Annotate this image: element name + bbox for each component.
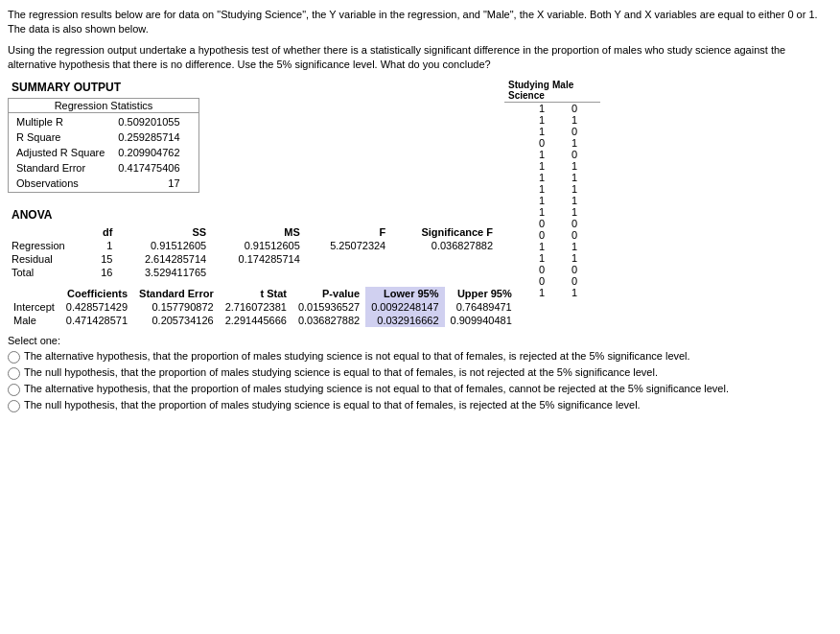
data-panel: Studying Science Male 101110011011111111…: [504, 79, 600, 327]
data-cell-studying: 1: [504, 195, 548, 206]
data-cell-male: 0: [548, 229, 581, 241]
summary-title: SUMMARY OUTPUT: [8, 79, 497, 96]
reg-stats-header: Regression Statistics: [9, 99, 198, 113]
data-cell-male: 1: [548, 114, 581, 126]
coeff-cell: Male: [8, 314, 60, 327]
data-cell-male: 0: [548, 275, 581, 287]
option-row-2[interactable]: The alternative hypothesis, that the pro…: [8, 383, 832, 396]
anova-cell: 3.529411765: [116, 266, 210, 279]
col1-header: Studying Science: [504, 79, 548, 102]
data-row: 11: [504, 252, 600, 264]
reg-stat-row: Observations17: [11, 176, 186, 190]
coeff-cell: 0.0092248147: [365, 300, 444, 314]
coeff-cell: 0.036827882: [292, 314, 365, 327]
anova-cell: 2.614285714: [116, 252, 210, 266]
data-cell-studying: 1: [504, 241, 548, 252]
data-row: 11: [504, 114, 600, 126]
reg-stat-row: R Square0.259285714: [11, 130, 186, 144]
data-cell-male: 0: [548, 264, 581, 275]
data-cell-male: 1: [548, 287, 581, 298]
reg-stat-row: Adjusted R Square0.209904762: [11, 146, 186, 159]
data-cell-studying: 1: [504, 252, 548, 264]
data-rows: 1011100110111111111100001111000011: [504, 103, 600, 298]
option-radio-0[interactable]: [8, 351, 20, 364]
coeff-cell: 2.291445666: [220, 314, 292, 327]
data-cell-studying: 1: [504, 206, 548, 218]
data-row: 01: [504, 137, 600, 149]
data-row: 11: [504, 206, 600, 218]
coeff-table: CoefficientsStandard Errort StatP-valueL…: [8, 287, 518, 327]
data-cell-male: 1: [548, 160, 581, 172]
reg-stats-table: Multiple R0.509201055R Square0.259285714…: [9, 113, 188, 192]
options-container[interactable]: The alternative hypothesis, that the pro…: [8, 350, 832, 412]
anova-cell: 0.174285714: [210, 252, 304, 266]
anova-col-header: df: [90, 225, 116, 239]
data-row: 00: [504, 218, 600, 229]
data-cell-male: 0: [548, 218, 581, 229]
select-one-label: Select one:: [8, 335, 832, 346]
option-label-1: The null hypothesis, that the proportion…: [24, 366, 658, 378]
data-row: 10: [504, 149, 600, 160]
data-row: 10: [504, 126, 600, 137]
data-cell-male: 0: [548, 103, 581, 114]
anova-title: ANOVA: [8, 206, 497, 223]
anova-row: Regression10.915126050.915126055.2507232…: [8, 239, 497, 252]
anova-col-header: MS: [210, 225, 304, 239]
coeff-col-header: Standard Error: [133, 287, 220, 300]
reg-stat-row: Multiple R0.509201055: [11, 115, 186, 129]
anova-row: Residual152.6142857140.174285714: [8, 252, 497, 266]
anova-cell: 0.036827882: [389, 239, 497, 252]
data-row: 11: [504, 241, 600, 252]
data-cell-studying: 0: [504, 137, 548, 149]
option-radio-1[interactable]: [8, 367, 20, 380]
anova-cell: [389, 266, 497, 279]
coeff-cell: 2.716072381: [220, 300, 292, 314]
data-cell-male: 0: [548, 149, 581, 160]
coeff-cell: 0.157790872: [133, 300, 220, 314]
option-radio-2[interactable]: [8, 384, 20, 396]
data-row: 00: [504, 275, 600, 287]
data-row: 10: [504, 103, 600, 114]
option-row-3[interactable]: The null hypothesis, that the proportion…: [8, 399, 832, 412]
option-radio-3[interactable]: [8, 400, 20, 412]
coeff-col-header: t Stat: [220, 287, 292, 300]
reg-stat-label: Adjusted R Square: [11, 146, 110, 159]
anova-table: dfSSMSFSignificance F Regression10.91512…: [8, 225, 497, 279]
option-row-0[interactable]: The alternative hypothesis, that the pro…: [8, 350, 832, 364]
anova-col-header: SS: [116, 225, 210, 239]
option-row-1[interactable]: The null hypothesis, that the proportion…: [8, 366, 832, 380]
anova-col-header: F: [304, 225, 389, 239]
coeff-col-header: Coefficients: [60, 287, 133, 300]
data-panel-header: Studying Science Male: [504, 79, 600, 103]
anova-cell: [304, 266, 389, 279]
anova-cell: Regression: [8, 239, 90, 252]
anova-cell: 5.25072324: [304, 239, 389, 252]
anova-cell: 16: [90, 266, 116, 279]
coeff-row: Intercept0.4285714290.1577908722.7160723…: [8, 300, 518, 314]
coeff-cell: Intercept: [8, 300, 60, 314]
data-cell-studying: 0: [504, 218, 548, 229]
data-row: 11: [504, 183, 600, 195]
data-cell-male: 1: [548, 206, 581, 218]
data-row: 11: [504, 195, 600, 206]
data-cell-studying: 1: [504, 126, 548, 137]
anova-cell: [210, 266, 304, 279]
anova-cell: 15: [90, 252, 116, 266]
anova-cell: [389, 252, 497, 266]
data-cell-studying: 0: [504, 229, 548, 241]
data-cell-studying: 0: [504, 264, 548, 275]
data-row: 11: [504, 172, 600, 183]
coeff-cell: 0.032916662: [365, 314, 444, 327]
coeff-cell: 0.205734126: [133, 314, 220, 327]
coeff-col-header: [8, 287, 60, 300]
data-cell-studying: 1: [504, 183, 548, 195]
coeff-cell: 0.471428571: [60, 314, 133, 327]
reg-stat-value: 0.209904762: [112, 146, 185, 159]
data-cell-male: 1: [548, 137, 581, 149]
data-cell-male: 1: [548, 241, 581, 252]
anova-cell: 0.91512605: [116, 239, 210, 252]
coeff-col-header: P-value: [292, 287, 365, 300]
data-cell-male: 0: [548, 126, 581, 137]
data-cell-studying: 1: [504, 160, 548, 172]
intro-line1: The regression results below are for dat…: [8, 8, 832, 37]
